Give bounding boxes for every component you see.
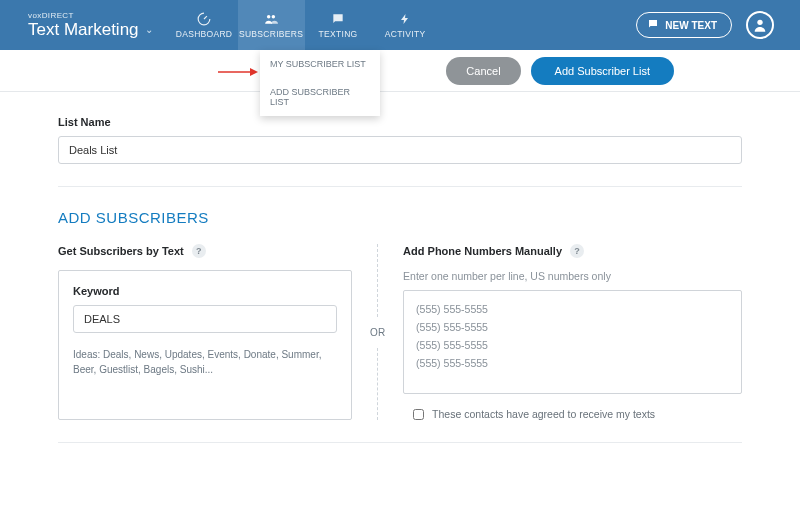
svg-point-0 bbox=[267, 14, 271, 17]
divider-rule bbox=[58, 442, 742, 443]
svg-point-2 bbox=[757, 20, 762, 25]
section-title: ADD SUBSCRIBERS bbox=[58, 209, 742, 226]
nav-label: SUBSCRIBERS bbox=[239, 29, 303, 39]
keyword-ideas: Ideas: Deals, News, Updates, Events, Don… bbox=[73, 347, 337, 377]
nav-activity[interactable]: ACTIVITY bbox=[372, 0, 439, 50]
add-manual-column: Add Phone Numbers Manually ? Enter one n… bbox=[403, 244, 742, 420]
logo-big: Text Marketing ⌄ bbox=[28, 20, 153, 40]
bolt-icon bbox=[398, 12, 412, 26]
page-content: List Name ADD SUBSCRIBERS Get Subscriber… bbox=[0, 92, 800, 505]
gauge-icon bbox=[197, 12, 211, 26]
manual-hint: Enter one number per line, US numbers on… bbox=[403, 270, 742, 282]
people-icon bbox=[264, 12, 278, 26]
list-name-label: List Name bbox=[58, 116, 742, 128]
dropdown-add-subscriber-list[interactable]: ADD SUBSCRIBER LIST bbox=[260, 78, 380, 116]
new-text-label: NEW TEXT bbox=[665, 20, 717, 31]
or-label: OR bbox=[370, 317, 385, 348]
add-manual-heading: Add Phone Numbers Manually bbox=[403, 245, 562, 257]
chevron-down-icon[interactable]: ⌄ bbox=[145, 24, 153, 35]
svg-marker-4 bbox=[250, 68, 258, 76]
nav-label: DASHBOARD bbox=[176, 29, 233, 39]
nav-label: TEXTING bbox=[319, 29, 358, 39]
person-icon bbox=[752, 17, 768, 33]
keyword-box: Keyword Ideas: Deals, News, Updates, Eve… bbox=[58, 270, 352, 420]
help-icon[interactable]: ? bbox=[570, 244, 584, 258]
nav-label: ACTIVITY bbox=[385, 29, 426, 39]
consent-label: These contacts have agreed to receive my… bbox=[432, 408, 655, 420]
avatar[interactable] bbox=[746, 11, 774, 39]
or-divider: OR bbox=[352, 244, 403, 420]
main-nav: DASHBOARD SUBSCRIBERS TEXTING ACTIVITY bbox=[171, 0, 439, 50]
nav-texting[interactable]: TEXTING bbox=[305, 0, 372, 50]
dropdown-my-subscriber-list[interactable]: MY SUBSCRIBER LIST bbox=[260, 50, 380, 78]
list-name-input[interactable] bbox=[58, 136, 742, 164]
chat-bubble-icon bbox=[647, 18, 659, 32]
new-text-button[interactable]: NEW TEXT bbox=[636, 12, 732, 38]
annotation-arrow-icon bbox=[218, 66, 258, 78]
logo-block[interactable]: voxDIRECT Text Marketing ⌄ bbox=[0, 0, 171, 50]
keyword-input[interactable] bbox=[73, 305, 337, 333]
subscribers-dropdown: MY SUBSCRIBER LIST ADD SUBSCRIBER LIST bbox=[260, 50, 380, 116]
consent-row[interactable]: These contacts have agreed to receive my… bbox=[403, 408, 742, 420]
keyword-label: Keyword bbox=[73, 285, 337, 297]
help-icon[interactable]: ? bbox=[192, 244, 206, 258]
top-actions: NEW TEXT bbox=[636, 0, 800, 50]
nav-dashboard[interactable]: DASHBOARD bbox=[171, 0, 238, 50]
add-subscriber-list-button[interactable]: Add Subscriber List bbox=[531, 57, 674, 85]
action-bar: Cancel Add Subscriber List bbox=[0, 50, 800, 92]
phone-numbers-textarea[interactable]: (555) 555-5555 (555) 555-5555 (555) 555-… bbox=[403, 290, 742, 394]
logo-small: voxDIRECT bbox=[28, 11, 153, 20]
nav-subscribers[interactable]: SUBSCRIBERS bbox=[238, 0, 305, 50]
cancel-button[interactable]: Cancel bbox=[446, 57, 520, 85]
svg-point-1 bbox=[272, 14, 276, 17]
get-by-text-column: Get Subscribers by Text ? Keyword Ideas:… bbox=[58, 244, 352, 420]
consent-checkbox[interactable] bbox=[413, 409, 424, 420]
product-name: Text Marketing bbox=[28, 20, 139, 40]
get-by-text-heading: Get Subscribers by Text bbox=[58, 245, 184, 257]
chat-icon bbox=[331, 12, 345, 26]
divider-rule bbox=[58, 186, 742, 187]
top-nav-bar: voxDIRECT Text Marketing ⌄ DASHBOARD SUB… bbox=[0, 0, 800, 50]
